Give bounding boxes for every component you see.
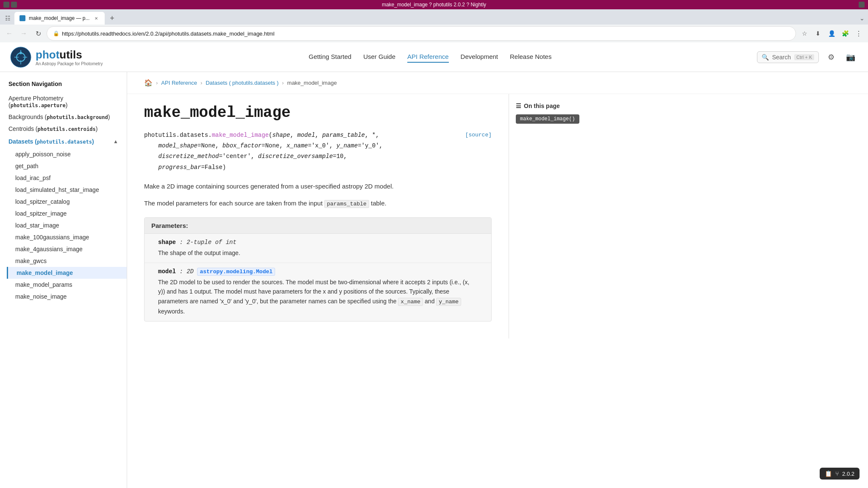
forward-btn[interactable]: → — [18, 28, 30, 39]
nav-getting-started[interactable]: Getting Started — [309, 51, 351, 63]
search-shortcut: Ctrl + K — [794, 54, 814, 60]
version-badge[interactable]: 📋 ⑂ 2.0.2 — [820, 468, 860, 480]
param-title-model: model : 2D astropy.modeling.Model — [158, 268, 478, 275]
param-discretize-method: discretize_method — [159, 153, 219, 160]
sidebar-item-load-spitzer-catalog[interactable]: load_spitzer_catalog — [7, 196, 127, 208]
param-shape: shape — [272, 132, 290, 139]
lock-icon: 🔒 — [53, 30, 59, 36]
bookmark-btn[interactable]: ☆ — [798, 28, 810, 39]
breadcrumb-current: make_model_image — [287, 80, 337, 86]
sidebar-item-make-100gaussians[interactable]: make_100gaussians_image — [7, 231, 127, 243]
logo-subtext: An Astropy Package for Photometry — [36, 61, 103, 66]
breadcrumb-api-reference[interactable]: API Reference — [161, 80, 197, 86]
nav-user-guide[interactable]: User Guide — [363, 51, 395, 63]
sidebar-item-load-spitzer-image[interactable]: load_spitzer_image — [7, 208, 127, 219]
nav-development[interactable]: Development — [461, 51, 498, 63]
window-minimize-btn[interactable] — [3, 2, 9, 8]
address-bar[interactable]: 🔒 https://photutils.readthedocs.io/en/2.… — [47, 26, 796, 41]
sidebar-item-make-noise-image[interactable]: make_noise_image — [7, 291, 127, 302]
sidebar-group-datasets[interactable]: Datasets (photutils.datasets) ▲ — [0, 135, 127, 148]
sidebar-item-aperture[interactable]: Aperture Photometry (photutils.aperture) — [0, 92, 127, 111]
page-title: make_model_image — [144, 104, 492, 122]
tab-list-btn[interactable]: ☷ — [3, 14, 12, 22]
logo-icon — [10, 47, 31, 68]
main-nav: Getting Started User Guide API Reference… — [103, 51, 757, 63]
param-y-name: y_name — [337, 142, 358, 149]
desc2-pre: The model parameters for each source are… — [144, 200, 324, 207]
logo-area[interactable]: photutils An Astropy Package for Photome… — [10, 47, 103, 68]
new-tab-btn[interactable]: + — [106, 13, 117, 24]
on-this-page-item-0[interactable]: make_model_image() — [516, 114, 579, 124]
title-bar: make_model_image ? photutils 2.0.2 ? Nig… — [0, 0, 868, 9]
list-icon: ☰ — [516, 103, 521, 109]
x-name-inline: x_name — [398, 298, 423, 306]
header-actions: 🔍 Search Ctrl + K ⚙ 📷 — [757, 50, 858, 64]
function-signature: [source] photutils.datasets.make_model_i… — [144, 130, 492, 173]
sidebar-item-make-model-params[interactable]: make_model_params — [7, 279, 127, 291]
screenshot-btn[interactable]: 📷 — [843, 50, 858, 64]
breadcrumb-sep-1: › — [200, 80, 202, 86]
profile-btn[interactable]: 👤 — [826, 28, 837, 39]
sidebar-section-title: Section Navigation — [0, 80, 127, 92]
settings-btn[interactable]: ⚙ — [824, 50, 838, 64]
sidebar-item-get-path[interactable]: get_path — [7, 160, 127, 172]
content-inner: make_model_image [source] photutils.data… — [127, 94, 509, 338]
menu-btn[interactable]: ⋮ — [853, 28, 865, 39]
browser-tab[interactable]: make_model_image — p... ✕ — [14, 12, 105, 25]
search-icon: 🔍 — [762, 54, 769, 61]
sidebar: Section Navigation Aperture Photometry (… — [0, 72, 127, 488]
sidebar-item-make-gwcs[interactable]: make_gwcs — [7, 255, 127, 267]
nav-bar: ← → ↻ 🔒 https://photutils.readthedocs.io… — [0, 25, 868, 42]
description-1: Make a 2D image containing sources gener… — [144, 181, 492, 191]
breadcrumb: 🏠 › API Reference › Datasets ( photutils… — [127, 72, 868, 94]
scrollable-content: 🏠 › API Reference › Datasets ( photutils… — [127, 72, 868, 488]
sidebar-item-load-irac-psf[interactable]: load_irac_psf — [7, 172, 127, 184]
param-entry-model: model : 2D astropy.modeling.Model The 2D… — [145, 263, 491, 321]
sidebar-item-apply-poisson[interactable]: apply_poisson_noise — [7, 148, 127, 160]
sidebar-code-aperture: photutils.aperture — [11, 103, 66, 108]
module-path: photutils.datasets. — [144, 132, 212, 139]
sidebar-item-make-4gaussians[interactable]: make_4gaussians_image — [7, 243, 127, 255]
param-params-table: params_table — [322, 132, 365, 139]
tab-label: make_model_image — p... — [29, 15, 89, 21]
param-type-shape: : 2-tuple of int — [176, 239, 236, 246]
title-bar-text: make_model_image ? photutils 2.0.2 ? Nig… — [382, 2, 486, 8]
logo-text: photutils — [36, 48, 103, 61]
version-git-icon: ⑂ — [835, 470, 839, 477]
extension-btn[interactable]: 🧩 — [839, 28, 851, 39]
sidebar-children: apply_poisson_noise get_path load_irac_p… — [0, 148, 127, 302]
window-maximize-btn[interactable] — [11, 2, 17, 8]
sidebar-code-datasets: photutils.datasets — [37, 139, 92, 145]
sidebar-item-backgrounds[interactable]: Backgrounds (photutils.background) — [0, 111, 127, 123]
breadcrumb-sep-2: › — [282, 80, 284, 86]
nav-release-notes[interactable]: Release Notes — [510, 51, 551, 63]
sidebar-item-centroids[interactable]: Centroids (photutils.centroids) — [0, 123, 127, 135]
param-name-model: model — [158, 268, 176, 275]
refresh-btn[interactable]: ↻ — [32, 28, 44, 39]
breadcrumb-datasets[interactable]: Datasets ( photutils.datasets ) — [206, 80, 278, 86]
page-content: make_model_image [source] photutils.data… — [127, 94, 868, 338]
version-icon: 📋 — [825, 470, 832, 477]
sidebar-item-make-model-image[interactable]: make_model_image — [7, 267, 127, 279]
sidebar-item-load-simulated[interactable]: load_simulated_hst_star_image — [7, 184, 127, 196]
param-title-shape: shape : 2-tuple of int — [158, 239, 478, 246]
search-box[interactable]: 🔍 Search Ctrl + K — [757, 51, 819, 63]
tab-close-btn[interactable]: ✕ — [93, 15, 100, 22]
sidebar-item-load-star-image[interactable]: load_star_image — [7, 219, 127, 231]
browser-expand-btn[interactable]: ⌄ — [860, 15, 865, 22]
back-btn[interactable]: ← — [3, 28, 15, 39]
param-type-model-link[interactable]: astropy.modeling.Model — [197, 268, 275, 276]
download-btn[interactable]: ⬇ — [812, 28, 824, 39]
site-header: photutils An Astropy Package for Photome… — [0, 42, 868, 72]
window-close-btn[interactable] — [859, 2, 865, 8]
on-this-page-title: ☰ On this page — [516, 103, 595, 109]
nav-api-reference[interactable]: API Reference — [407, 51, 449, 63]
param-entry-shape: shape : 2-tuple of int The shape of the … — [145, 234, 491, 263]
sidebar-code-centroids: photutils.centroids — [37, 126, 95, 132]
home-icon[interactable]: 🏠 — [144, 79, 153, 87]
desc2-post: table. — [369, 200, 387, 207]
source-link[interactable]: [source] — [465, 130, 492, 140]
content-area: Section Navigation Aperture Photometry (… — [0, 72, 868, 488]
param-x-name: x_name — [287, 142, 308, 149]
param-desc-model-middle: and — [423, 298, 436, 305]
